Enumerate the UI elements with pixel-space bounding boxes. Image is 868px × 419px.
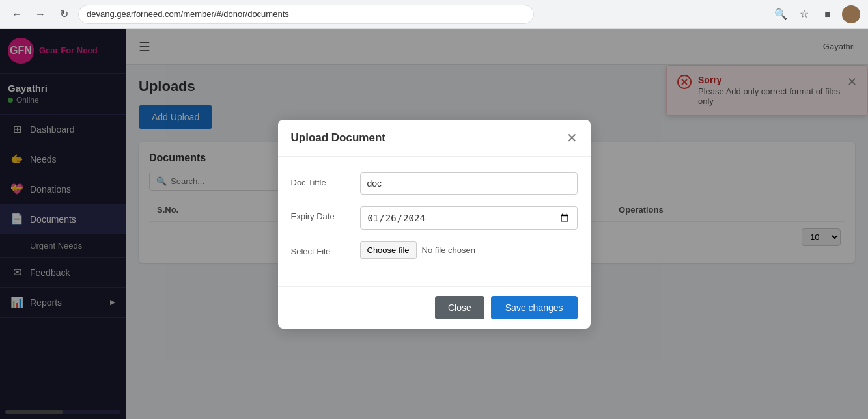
extension-icon[interactable]: ■	[819, 5, 837, 23]
doc-title-field	[360, 172, 578, 195]
file-input-wrapper: Choose file No file chosen	[360, 241, 578, 259]
select-file-row: Select File Choose file No file chosen	[291, 241, 578, 259]
address-bar[interactable]: devang.gearforneed.com/member/#/donor/do…	[78, 5, 534, 24]
choose-file-button[interactable]: Choose file	[360, 241, 417, 259]
upload-document-modal: Upload Document ✕ Doc Tittle Expiry Date…	[278, 120, 591, 329]
modal-overlay: Upload Document ✕ Doc Tittle Expiry Date…	[0, 29, 868, 419]
modal-title: Upload Document	[291, 131, 385, 144]
back-button[interactable]: ←	[8, 5, 26, 23]
star-icon[interactable]: ☆	[795, 5, 813, 23]
modal-footer: Close Save changes	[278, 286, 591, 329]
select-file-label: Select File	[291, 241, 350, 256]
select-file-field: Choose file No file chosen	[360, 241, 578, 259]
doc-title-label: Doc Tittle	[291, 172, 350, 187]
no-file-chosen-text: No file chosen	[422, 245, 475, 255]
doc-title-row: Doc Tittle	[291, 172, 578, 195]
url-text: devang.gearforneed.com/member/#/donor/do…	[87, 9, 289, 19]
expiry-date-field	[360, 206, 578, 230]
modal-body: Doc Tittle Expiry Date Select File Choos…	[278, 157, 591, 286]
close-button[interactable]: Close	[435, 296, 484, 319]
browser-icons: 🔍 ☆ ■	[772, 5, 860, 23]
reload-button[interactable]: ↻	[55, 5, 73, 23]
avatar[interactable]	[842, 5, 860, 23]
modal-header: Upload Document ✕	[278, 120, 591, 157]
browser-chrome: ← → ↻ devang.gearforneed.com/member/#/do…	[0, 0, 868, 29]
expiry-date-row: Expiry Date	[291, 206, 578, 230]
expiry-date-input[interactable]	[360, 206, 578, 230]
forward-button[interactable]: →	[31, 5, 49, 23]
expiry-date-label: Expiry Date	[291, 206, 350, 221]
doc-title-input[interactable]	[360, 172, 578, 195]
save-changes-button[interactable]: Save changes	[491, 296, 578, 319]
search-browser-icon[interactable]: 🔍	[772, 5, 790, 23]
modal-close-button[interactable]: ✕	[567, 130, 578, 146]
